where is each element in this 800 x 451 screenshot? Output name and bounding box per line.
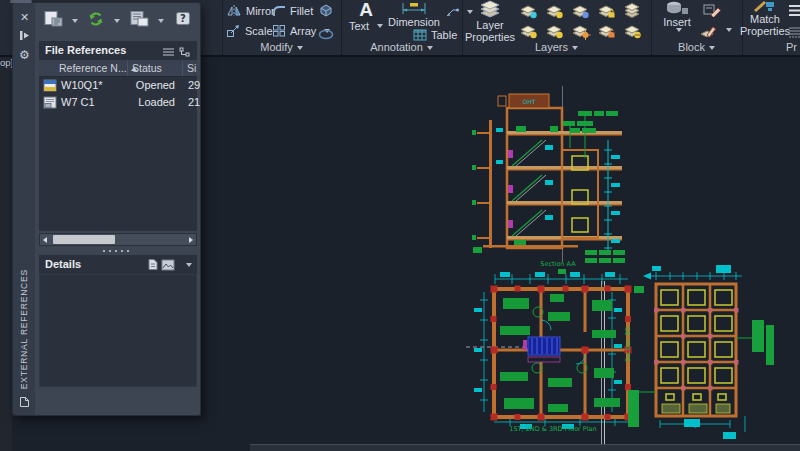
layers-panel-label[interactable]: Layers bbox=[462, 41, 651, 53]
section-bb-label: Section BB bbox=[624, 327, 632, 362]
palette-page-icon bbox=[13, 396, 36, 410]
array-icon bbox=[272, 24, 286, 37]
layer-tools-grid bbox=[518, 3, 648, 43]
text-button[interactable]: A Text bbox=[349, 0, 383, 32]
scroll-left-icon[interactable] bbox=[43, 237, 47, 243]
palette-title-bar[interactable]: ✕ ⚙ EXTERNAL REFERENCES bbox=[12, 2, 35, 416]
mirror-button[interactable]: Mirror bbox=[226, 4, 275, 17]
ellipse-icon bbox=[318, 29, 334, 40]
file-references-list[interactable]: Reference N... Status Si W10Q1* Opened 2… bbox=[39, 60, 197, 231]
attach-dropdown[interactable] bbox=[72, 19, 78, 23]
edit-attribute-button[interactable] bbox=[703, 2, 722, 21]
annotation-panel-label[interactable]: Annotation bbox=[341, 41, 462, 53]
close-icon[interactable]: ✕ bbox=[13, 11, 36, 23]
layer-tool-on[interactable] bbox=[518, 23, 544, 43]
details-panel bbox=[39, 274, 197, 387]
text-icon: A bbox=[359, 0, 373, 20]
palette-grip bbox=[10, 0, 32, 3]
xref-row-current[interactable]: W10Q1* Opened 29 bbox=[39, 77, 197, 94]
section-aa-label: Section AA bbox=[540, 260, 576, 268]
layer-tool-off[interactable] bbox=[518, 3, 544, 23]
palette-title: EXTERNAL REFERENCES bbox=[19, 269, 29, 389]
match-properties-icon bbox=[753, 0, 777, 13]
match-properties-button[interactable]: Match Properties bbox=[742, 0, 788, 37]
layer-tool-lock[interactable] bbox=[596, 3, 622, 23]
block-panel-label[interactable]: Block bbox=[651, 41, 742, 53]
grid-plan-drawing bbox=[628, 265, 774, 439]
column-reference-name[interactable]: Reference N... bbox=[59, 60, 137, 77]
dimension-icon bbox=[401, 1, 427, 16]
mirror-icon bbox=[226, 4, 242, 17]
list-column-header[interactable]: Reference N... Status Si bbox=[39, 60, 197, 77]
splitter-handle[interactable] bbox=[101, 249, 129, 253]
lineweight-button[interactable] bbox=[789, 3, 800, 21]
auto-hide-icon[interactable] bbox=[13, 30, 36, 43]
details-header: Details bbox=[39, 255, 197, 274]
attribute-dropdown[interactable] bbox=[726, 28, 732, 32]
scrollbar-thumb[interactable] bbox=[53, 235, 115, 244]
svg-text:?: ? bbox=[180, 13, 186, 24]
floor-plan-label: 1ST, 2ND & 3RD Floor Plan bbox=[509, 425, 596, 433]
modify-panel-label[interactable]: Modify bbox=[222, 41, 341, 53]
refresh-icon[interactable] bbox=[87, 11, 105, 31]
help-icon[interactable]: ? bbox=[175, 11, 191, 30]
layer-tool-walk[interactable] bbox=[622, 23, 648, 43]
palette-body: ? File References Reference N... Status … bbox=[35, 2, 201, 416]
ribbon-panel-annotation: A Text Dimension Table Annotation bbox=[341, 0, 462, 55]
layer-tool-match[interactable] bbox=[622, 3, 648, 23]
insert-icon bbox=[665, 0, 689, 16]
refresh-dropdown[interactable] bbox=[114, 19, 120, 23]
details-dropdown-icon[interactable] bbox=[186, 263, 192, 267]
layer-properties-button[interactable]: Layer Properties bbox=[464, 0, 516, 43]
hatch-icon bbox=[789, 26, 800, 39]
external-references-palette: ✕ ⚙ EXTERNAL REFERENCES ? bbox=[12, 2, 201, 416]
layer-tool-freeze[interactable] bbox=[570, 3, 596, 23]
insert-button[interactable]: Insert bbox=[657, 0, 697, 32]
cube-icon bbox=[318, 3, 334, 17]
table-button[interactable]: Table bbox=[413, 29, 457, 41]
scroll-right-icon[interactable] bbox=[189, 237, 193, 243]
attach-dwg-icon[interactable] bbox=[43, 10, 63, 31]
attribute-edit-icon bbox=[703, 2, 722, 17]
scale-icon bbox=[226, 24, 241, 37]
layer-tool-thaw[interactable] bbox=[570, 23, 596, 43]
lines-icon bbox=[789, 4, 800, 17]
dimension-button[interactable]: Dimension bbox=[385, 1, 443, 28]
properties-gear-icon[interactable]: ⚙ bbox=[13, 49, 36, 61]
column-status[interactable]: Status bbox=[132, 60, 162, 77]
dwg-xref-icon bbox=[43, 96, 57, 114]
ribbon-panel-layers: Layer Properties Layers bbox=[462, 0, 651, 55]
attribute-define-icon bbox=[699, 22, 718, 37]
insert-dropdown[interactable] bbox=[676, 28, 682, 32]
horizontal-scrollbar[interactable] bbox=[39, 233, 197, 246]
command-window-edge bbox=[250, 444, 800, 451]
ribbon-panel-block: Insert Block bbox=[651, 0, 742, 55]
leader-icon bbox=[445, 6, 459, 18]
define-attribute-button[interactable] bbox=[699, 22, 732, 41]
scale-button[interactable]: Scale bbox=[226, 24, 273, 37]
layer-tool-unlock[interactable] bbox=[596, 23, 622, 43]
column-size[interactable]: Si bbox=[187, 60, 196, 77]
fillet-icon bbox=[272, 4, 286, 17]
ribbon-panel-modify: Mirror Scale Fillet Array Modify bbox=[222, 0, 341, 55]
explode-button[interactable] bbox=[318, 3, 334, 21]
section-aa-drawing: OHT bbox=[472, 86, 625, 268]
properties-panel-label[interactable]: Pr bbox=[742, 41, 800, 53]
change-path-dropdown[interactable] bbox=[158, 19, 164, 23]
layer-tool-unisolate[interactable] bbox=[544, 23, 570, 43]
table-icon bbox=[413, 29, 427, 41]
file-references-header: File References bbox=[39, 41, 197, 60]
floor-plan-drawing: 1ST, 2ND & 3RD Floor Plan bbox=[466, 269, 632, 446]
palette-toolbar: ? bbox=[43, 10, 191, 31]
xref-row-loaded[interactable]: W7 C1 Loaded 21 bbox=[39, 94, 197, 111]
layer-tool-isolate[interactable] bbox=[544, 3, 570, 23]
water-tank-label: OHT bbox=[523, 98, 536, 105]
change-path-icon[interactable] bbox=[129, 10, 149, 31]
layer-properties-icon bbox=[477, 0, 503, 19]
ribbon-panel-properties: Match Properties Pr bbox=[742, 0, 800, 55]
